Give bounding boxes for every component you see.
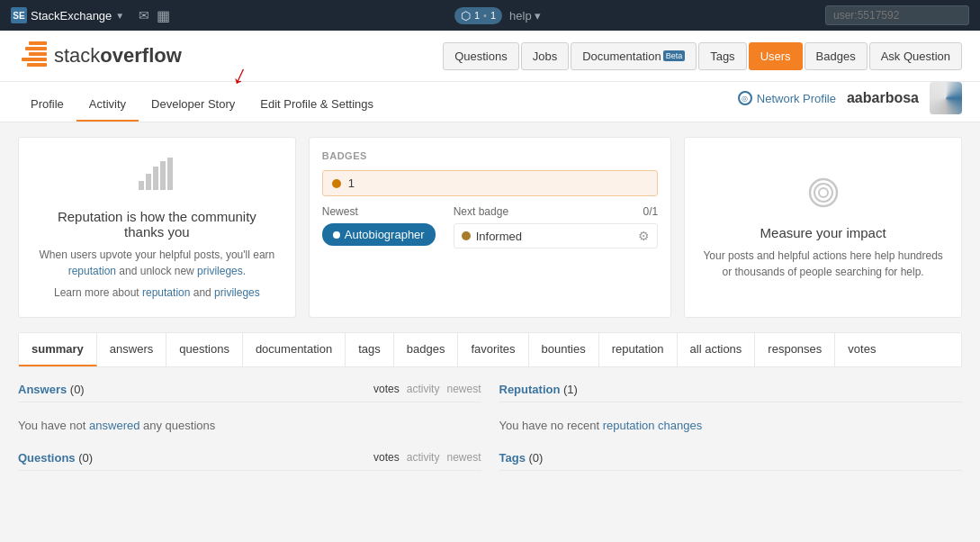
network-profile-link[interactable]: ◎ Network Profile (738, 91, 836, 105)
nav-ask-question[interactable]: Ask Question (869, 42, 962, 70)
svg-rect-4 (167, 158, 173, 190)
brand-label: StackExchange (31, 9, 112, 23)
rep-link[interactable]: reputation (68, 265, 116, 277)
reputation-title: Reputation (1) (499, 382, 578, 396)
q-sort-newest[interactable]: newest (446, 451, 481, 464)
profile-right: ◎ Network Profile aabarbosa (738, 82, 962, 122)
sum-tab-questions[interactable]: questions (166, 333, 243, 366)
sum-tab-tags[interactable]: tags (346, 333, 394, 366)
impact-icon (801, 175, 846, 218)
questions-title: Questions (0) (18, 450, 93, 465)
badge-count-row: 1 (322, 170, 658, 196)
sum-tab-answers[interactable]: answers (97, 333, 166, 366)
brand-icon: SE (11, 7, 27, 23)
tab-profile[interactable]: Profile (18, 86, 76, 122)
sum-tab-votes[interactable]: votes (835, 333, 888, 366)
next-badge-name: Informed (476, 230, 634, 243)
nav-users[interactable]: Users (749, 42, 803, 70)
reputation-card: Reputation is how the community thanks y… (18, 137, 296, 318)
reputation-changes-link[interactable]: reputation changes (603, 419, 703, 432)
questions-section-header: Questions (0) votes activity newest (18, 450, 481, 471)
reputation-count: (1) (563, 383, 578, 396)
network-profile-label: Network Profile (757, 92, 836, 105)
badge-settings-icon[interactable]: ⚙ (638, 229, 650, 243)
sum-tab-responses[interactable]: responses (755, 333, 835, 366)
summary-tabs-bar: summary answers questions documentation … (18, 332, 962, 367)
priv-learn-link[interactable]: privileges (214, 286, 260, 299)
answers-title: Answers (0) (18, 382, 85, 396)
badge-count-2: 1 (490, 10, 496, 21)
next-badge-progress: 0/1 (643, 205, 659, 218)
sort-tab-votes[interactable]: votes (373, 383, 400, 395)
newest-label: Newest (322, 205, 436, 218)
answers-count: (0) (70, 383, 85, 396)
autobiographer-badge[interactable]: Autobiographer (322, 223, 436, 246)
col-right: Reputation (1) You have no recent reputa… (499, 382, 963, 480)
nav-tags[interactable]: Tags (698, 42, 746, 70)
cards-row: Reputation is how the community thanks y… (18, 137, 962, 318)
badge-bronze-dot (332, 179, 341, 188)
svg-rect-3 (160, 161, 166, 190)
rep-learn-link[interactable]: reputation (142, 286, 190, 299)
badges-card: BADGES 1 Newest Autobiographer Next badg… (309, 137, 671, 318)
next-badge-label-row: Next badge 0/1 (454, 205, 659, 218)
site-logo[interactable]: stackoverflow (18, 41, 182, 70)
rep-desc: When users upvote your helpful posts, yo… (37, 247, 277, 279)
beta-badge: Beta (663, 50, 686, 61)
badges-header: BADGES (322, 150, 658, 161)
sum-tab-summary[interactable]: summary (19, 333, 97, 366)
tags-title: Tags (0) (499, 450, 544, 465)
newest-badge-col: Newest Autobiographer (322, 205, 436, 246)
svg-rect-2 (153, 167, 158, 190)
user-avatar (930, 82, 962, 114)
site-navigation: Questions Jobs Documentation Beta Tags U… (443, 42, 962, 70)
badge-count-1: 1 (474, 10, 480, 21)
help-menu[interactable]: help ▾ (509, 9, 541, 23)
tab-edit-profile-settings[interactable]: Edit Profile & Settings (247, 86, 386, 122)
sum-tab-all-actions[interactable]: all actions (678, 333, 756, 366)
red-arrow-indicator: ↓ (234, 59, 247, 90)
stackexchange-brand[interactable]: SE StackExchange ▼ (11, 7, 124, 23)
inbox-icon[interactable]: ✉ (139, 8, 149, 23)
answered-link[interactable]: answered (89, 419, 139, 432)
site-header: stackoverflow Questions Jobs Documentati… (0, 31, 980, 82)
reputation-section-header: Reputation (1) (499, 382, 963, 402)
sum-tab-documentation[interactable]: documentation (243, 333, 346, 366)
rep-title: Reputation is how the community thanks y… (37, 209, 277, 239)
svg-point-7 (819, 188, 828, 197)
next-badge-item: Informed ⚙ (454, 223, 659, 248)
q-sort-activity[interactable]: activity (407, 451, 440, 464)
tab-activity[interactable]: Activity (76, 86, 139, 122)
sort-tab-newest[interactable]: newest (446, 383, 481, 395)
q-sort-votes[interactable]: votes (373, 451, 400, 464)
sum-tab-reputation[interactable]: reputation (599, 333, 678, 366)
nav-questions[interactable]: Questions (443, 42, 519, 70)
brand-dropdown-icon: ▼ (115, 11, 124, 21)
next-badge-col: Next badge 0/1 Informed ⚙ (454, 205, 659, 248)
profile-tabs-bar: ↓ Profile Activity Developer Story Edit … (0, 82, 980, 122)
impact-card: Measure your impact Your posts and helpf… (684, 137, 962, 318)
svg-rect-1 (146, 174, 151, 190)
nav-documentation[interactable]: Documentation Beta (571, 42, 697, 70)
profile-tabs: ↓ Profile Activity Developer Story Edit … (18, 86, 386, 122)
main-content: Reputation is how the community thanks y… (0, 122, 980, 494)
col-left: Answers (0) votes activity newest You ha… (18, 382, 481, 480)
search-input[interactable] (825, 5, 969, 25)
badge-count-dot: • (483, 10, 487, 21)
badge-count-display: ⬡ 1 • 1 (454, 7, 502, 24)
tags-section-header: Tags (0) (499, 450, 963, 471)
priv-link[interactable]: privileges (197, 265, 243, 277)
svg-point-6 (814, 184, 832, 202)
answers-empty: You have not answered any questions (18, 411, 481, 450)
sum-tab-badges[interactable]: badges (394, 333, 459, 366)
sort-tab-activity[interactable]: activity (407, 383, 440, 395)
impact-desc: Your posts and helpful actions here help… (703, 248, 943, 280)
sum-tab-bounties[interactable]: bounties (529, 333, 599, 366)
nav-jobs[interactable]: Jobs (521, 42, 569, 70)
achievements-icon[interactable]: ▦ (157, 7, 170, 24)
nav-badges[interactable]: Badges (805, 42, 868, 70)
sum-tab-favorites[interactable]: favorites (458, 333, 528, 366)
tab-developer-story[interactable]: Developer Story (139, 86, 247, 122)
reputation-empty: You have no recent reputation changes (499, 411, 963, 450)
impact-title: Measure your impact (760, 225, 886, 240)
